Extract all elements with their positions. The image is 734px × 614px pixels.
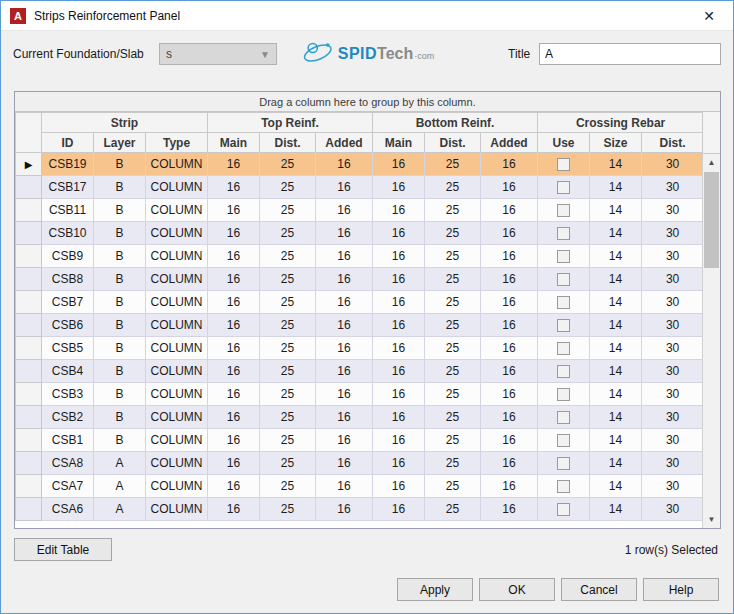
cell-id[interactable]: CSA6 [42,498,94,521]
cell-size[interactable]: 14 [590,475,642,498]
cell-top-added[interactable]: 16 [316,475,373,498]
cell-top-dist[interactable]: 25 [260,268,316,291]
cell-type[interactable]: COLUMN [146,199,208,222]
cell-bot-main[interactable]: 16 [373,314,425,337]
foundation-select[interactable]: s ▼ [159,43,277,65]
cell-type[interactable]: COLUMN [146,291,208,314]
cell-size[interactable]: 14 [590,498,642,521]
cell-layer[interactable]: A [94,475,146,498]
cell-size[interactable]: 14 [590,383,642,406]
cell-layer[interactable]: B [94,222,146,245]
table-row[interactable]: CSA7 A COLUMN 16 25 16 16 25 16 14 30 [16,475,704,498]
cell-top-dist[interactable]: 25 [260,314,316,337]
group-header-strip[interactable]: Strip [42,113,208,133]
cell-bot-main[interactable]: 16 [373,429,425,452]
cell-bot-added[interactable]: 16 [481,314,538,337]
cell-bot-dist[interactable]: 25 [425,176,481,199]
cell-id[interactable]: CSB11 [42,199,94,222]
use-checkbox[interactable] [557,434,570,447]
cell-layer[interactable]: B [94,268,146,291]
cell-dist[interactable]: 30 [642,383,704,406]
cell-dist[interactable]: 30 [642,268,704,291]
cell-dist[interactable]: 30 [642,153,704,176]
cell-bot-added[interactable]: 16 [481,222,538,245]
cell-dist[interactable]: 30 [642,245,704,268]
group-header-crossing-rebar[interactable]: Crossing Rebar [538,113,704,133]
cell-type[interactable]: COLUMN [146,475,208,498]
cell-bot-added[interactable]: 16 [481,337,538,360]
group-header-top-reinf[interactable]: Top Reinf. [208,113,373,133]
cell-top-main[interactable]: 16 [208,475,260,498]
cell-top-main[interactable]: 16 [208,498,260,521]
cell-top-main[interactable]: 16 [208,291,260,314]
cancel-button[interactable]: Cancel [561,578,637,601]
cell-layer[interactable]: B [94,406,146,429]
title-input[interactable] [539,43,721,65]
table-row[interactable]: CSB17 B COLUMN 16 25 16 16 25 16 14 30 [16,176,704,199]
cell-dist[interactable]: 30 [642,199,704,222]
cell-bot-added[interactable]: 16 [481,383,538,406]
help-button[interactable]: Help [643,578,719,601]
cell-type[interactable]: COLUMN [146,498,208,521]
cell-id[interactable]: CSB6 [42,314,94,337]
cell-top-main[interactable]: 16 [208,406,260,429]
cell-bot-dist[interactable]: 25 [425,337,481,360]
col-header-size[interactable]: Size [590,133,642,153]
cell-id[interactable]: CSB4 [42,360,94,383]
cell-bot-added[interactable]: 16 [481,429,538,452]
cell-size[interactable]: 14 [590,199,642,222]
cell-id[interactable]: CSB9 [42,245,94,268]
cell-id[interactable]: CSB8 [42,268,94,291]
cell-top-main[interactable]: 16 [208,337,260,360]
cell-bot-main[interactable]: 16 [373,383,425,406]
cell-bot-main[interactable]: 16 [373,406,425,429]
cell-size[interactable]: 14 [590,429,642,452]
cell-bot-dist[interactable]: 25 [425,383,481,406]
cell-top-added[interactable]: 16 [316,268,373,291]
cell-top-dist[interactable]: 25 [260,199,316,222]
use-checkbox[interactable] [557,273,570,286]
cell-bot-dist[interactable]: 25 [425,452,481,475]
cell-bot-added[interactable]: 16 [481,291,538,314]
cell-top-dist[interactable]: 25 [260,498,316,521]
row-indicator[interactable] [16,268,42,291]
row-indicator[interactable] [16,383,42,406]
col-header-dist[interactable]: Dist. [642,133,704,153]
cell-dist[interactable]: 30 [642,176,704,199]
col-header-use[interactable]: Use [538,133,590,153]
cell-layer[interactable]: B [94,314,146,337]
cell-top-added[interactable]: 16 [316,360,373,383]
row-indicator[interactable] [16,291,42,314]
cell-bot-dist[interactable]: 25 [425,153,481,176]
use-checkbox[interactable] [557,342,570,355]
cell-top-dist[interactable]: 25 [260,406,316,429]
cell-layer[interactable]: B [94,245,146,268]
cell-top-main[interactable]: 16 [208,199,260,222]
cell-bot-main[interactable]: 16 [373,452,425,475]
cell-bot-main[interactable]: 16 [373,222,425,245]
close-icon[interactable]: ✕ [694,2,724,30]
col-header-top-added[interactable]: Added [316,133,373,153]
cell-id[interactable]: CSB3 [42,383,94,406]
cell-type[interactable]: COLUMN [146,452,208,475]
cell-id[interactable]: CSB5 [42,337,94,360]
use-checkbox[interactable] [557,457,570,470]
cell-id[interactable]: CSB7 [42,291,94,314]
table-row[interactable]: CSB2 B COLUMN 16 25 16 16 25 16 14 30 [16,406,704,429]
cell-top-dist[interactable]: 25 [260,360,316,383]
cell-bot-dist[interactable]: 25 [425,406,481,429]
use-checkbox[interactable] [557,250,570,263]
cell-bot-main[interactable]: 16 [373,475,425,498]
cell-bot-dist[interactable]: 25 [425,498,481,521]
cell-dist[interactable]: 30 [642,337,704,360]
cell-type[interactable]: COLUMN [146,406,208,429]
row-indicator[interactable] [16,314,42,337]
cell-layer[interactable]: B [94,383,146,406]
cell-type[interactable]: COLUMN [146,245,208,268]
cell-top-main[interactable]: 16 [208,153,260,176]
cell-bot-dist[interactable]: 25 [425,291,481,314]
table-row[interactable]: CSB6 B COLUMN 16 25 16 16 25 16 14 30 [16,314,704,337]
cell-top-added[interactable]: 16 [316,383,373,406]
cell-layer[interactable]: A [94,498,146,521]
table-row[interactable]: ▶ CSB19 B COLUMN 16 25 16 16 25 16 14 30 [16,153,704,176]
